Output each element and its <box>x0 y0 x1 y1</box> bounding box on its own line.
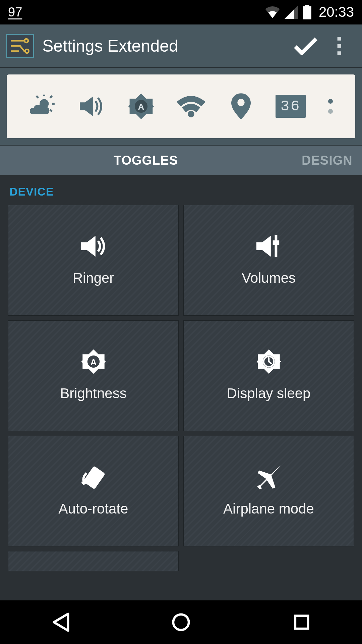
tile-label: Airplane mode <box>223 501 314 517</box>
tile-label: Ringer <box>73 270 114 286</box>
preview-card: A 36 <box>7 74 355 138</box>
svg-line-12 <box>37 96 39 98</box>
volumes-icon <box>255 234 283 258</box>
status-clock: 20:33 <box>319 4 354 20</box>
wifi-toggle-icon[interactable] <box>174 90 208 123</box>
app-title: Settings Extended <box>42 36 289 56</box>
location-icon[interactable] <box>224 90 258 123</box>
tab-bar: TOGGLES DESIGN <box>0 146 362 175</box>
main-content[interactable]: DEVICE Ringer Volumes A Brightness <box>0 175 362 600</box>
status-notifications-count: 97 <box>8 5 22 19</box>
svg-text:A: A <box>90 358 96 367</box>
battery-icon <box>303 5 311 19</box>
svg-point-16 <box>237 99 244 106</box>
status-bar: 97 20:33 <box>0 0 362 24</box>
confirm-button[interactable] <box>289 29 322 63</box>
tile-label: Brightness <box>60 385 126 401</box>
airplane-icon <box>256 465 282 489</box>
recents-button[interactable] <box>268 605 335 639</box>
back-button[interactable] <box>27 605 94 639</box>
svg-point-2 <box>24 39 28 43</box>
svg-rect-17 <box>275 235 277 257</box>
tile-volumes[interactable]: Volumes <box>183 205 354 316</box>
tile-brightness[interactable]: A Brightness <box>8 320 179 431</box>
auto-brightness-icon[interactable]: A <box>124 90 158 123</box>
tab-design[interactable]: DESIGN <box>292 153 362 168</box>
navigation-bar <box>0 600 362 644</box>
tile-ringer[interactable]: Ringer <box>8 205 179 316</box>
svg-rect-23 <box>83 466 105 490</box>
status-right: 20:33 <box>265 4 354 20</box>
brightness-icon: A <box>80 350 107 373</box>
auto-rotate-icon <box>80 465 107 489</box>
svg-point-3 <box>25 49 29 53</box>
svg-rect-5 <box>338 44 341 48</box>
tile-airplane-mode[interactable]: Airplane mode <box>183 436 354 546</box>
svg-rect-0 <box>303 6 311 19</box>
tile-label: Display sleep <box>227 385 311 401</box>
svg-line-11 <box>50 110 52 112</box>
sound-icon[interactable] <box>75 90 108 123</box>
weather-icon[interactable] <box>25 90 58 123</box>
tile-grid: Ringer Volumes A Brightness Display slee… <box>8 205 354 571</box>
svg-line-10 <box>50 96 52 98</box>
svg-point-15 <box>188 111 194 117</box>
display-sleep-icon <box>255 350 282 373</box>
tile-label: Volumes <box>242 270 296 286</box>
tile-label: Auto-rotate <box>59 501 128 517</box>
svg-rect-18 <box>273 240 279 245</box>
tile-auto-rotate[interactable]: Auto-rotate <box>8 436 179 546</box>
svg-rect-6 <box>338 51 341 55</box>
digit-value: 36 <box>276 95 306 118</box>
tab-toggles[interactable]: TOGGLES <box>0 153 292 168</box>
svg-rect-1 <box>305 5 309 7</box>
cell-signal-icon <box>285 5 298 19</box>
tile-peek[interactable] <box>8 551 179 571</box>
wifi-icon <box>265 6 280 18</box>
tile-display-sleep[interactable]: Display sleep <box>183 320 354 431</box>
app-bar: Settings Extended <box>0 24 362 68</box>
overflow-menu-button[interactable] <box>322 29 356 63</box>
clock-digit-icon[interactable]: 36 <box>274 90 307 123</box>
svg-rect-25 <box>295 616 308 629</box>
section-header-device: DEVICE <box>9 185 354 198</box>
ringer-icon <box>79 234 108 258</box>
svg-point-24 <box>173 614 189 630</box>
preview-strip-container: A 36 <box>0 68 362 146</box>
screen: 97 20:33 Settings Extended <box>0 0 362 644</box>
svg-text:A: A <box>138 102 144 112</box>
home-button[interactable] <box>147 605 215 639</box>
svg-rect-4 <box>338 37 341 41</box>
more-dots-icon[interactable] <box>324 90 337 123</box>
app-logo-icon <box>6 34 34 58</box>
